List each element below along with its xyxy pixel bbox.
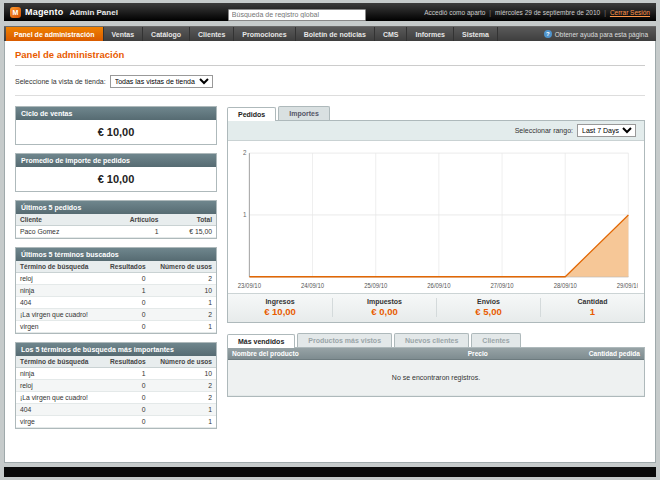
table-cell: reloj <box>16 380 101 392</box>
column-header: Nombre del producto <box>228 348 420 360</box>
column-header: Precio <box>420 348 492 360</box>
table-cell: 2 <box>150 380 216 392</box>
orders-chart-svg: 1223/09/1024/09/1025/09/1026/09/1027/09/… <box>234 145 638 293</box>
top-search-terms-table: Término de búsquedaResultadosNúmero de u… <box>16 356 216 428</box>
table-cell: 1 <box>150 404 216 416</box>
table-row[interactable]: ¡La virgen que cuadro!02 <box>16 309 216 321</box>
table-cell: 1 <box>101 368 149 380</box>
chart-tabs: PedidosImportes <box>227 106 645 120</box>
table-header-row: ClienteArtículosTotal <box>16 214 216 226</box>
bottom-grids-section: Más vendidosProductos más vistosNuevos c… <box>227 333 645 397</box>
stat-value: € 0,00 <box>333 306 436 317</box>
table-header-row: Término de búsquedaResultadosNúmero de u… <box>16 356 216 368</box>
table-cell: reloj <box>16 273 101 285</box>
store-view-select[interactable]: Todas las vistas de tienda <box>110 75 213 88</box>
table-cell: 0 <box>101 297 149 309</box>
last-search-terms-table: Término de búsquedaResultadosNúmero de u… <box>16 261 216 333</box>
tab-nuevos-clientes[interactable]: Nuevos clientes <box>394 333 469 347</box>
table-row[interactable]: reloj02 <box>16 380 216 392</box>
tab-importes[interactable]: Importes <box>278 106 330 120</box>
content-area: Panel de administración Seleccione la vi… <box>4 41 656 463</box>
table-cell: ninja <box>16 368 101 380</box>
average-orders-value: € 10,00 <box>16 167 216 191</box>
store-view-selector-row: Seleccione la vista de tienda: Todas las… <box>15 75 645 96</box>
stat-value: 1 <box>541 306 644 317</box>
logo-subtitle: Admin Panel <box>69 8 117 17</box>
last-search-terms-box: Últimos 5 términos buscados Término de b… <box>15 247 217 334</box>
table-header-row: Término de búsquedaResultadosNúmero de u… <box>16 261 216 273</box>
tab-clientes[interactable]: Clientes <box>471 333 520 347</box>
table-row[interactable]: reloj02 <box>16 273 216 285</box>
column-header: Término de búsqueda <box>16 261 101 273</box>
stat-label: Envíos <box>437 298 540 305</box>
column-header: Término de búsqueda <box>16 356 101 368</box>
orders-chart: 1223/09/1024/09/1025/09/1026/09/1027/09/… <box>228 141 644 293</box>
table-row[interactable]: Paco Gomez1€ 15,00 <box>16 226 216 238</box>
average-orders-title: Promedio de importe de pedidos <box>16 154 216 167</box>
table-row[interactable]: ¡La virgen que cuadro!02 <box>16 392 216 404</box>
nav-item[interactable]: Panel de administración <box>6 27 104 41</box>
nav-item[interactable]: CMS <box>375 27 408 41</box>
tab-pedidos[interactable]: Pedidos <box>227 107 276 121</box>
logout-link[interactable]: Cerrar Sesión <box>610 9 650 16</box>
nav-item[interactable]: Ventas <box>104 27 144 41</box>
table-cell: 2 <box>150 273 216 285</box>
global-search-input[interactable] <box>228 9 366 21</box>
table-cell: 0 <box>101 392 149 404</box>
table-cell: 0 <box>101 380 149 392</box>
table-row[interactable]: virge01 <box>16 416 216 428</box>
nav-items: Panel de administraciónVentasCatálogoCli… <box>6 27 498 41</box>
nav-item[interactable]: Informes <box>407 27 454 41</box>
products-panel: Nombre del productoPrecioCantidad pedida… <box>227 347 645 397</box>
empty-row: No se encontraron registros. <box>228 360 644 396</box>
column-header: Resultados <box>101 261 149 273</box>
column-header: Cliente <box>16 214 99 226</box>
table-cell: 10 <box>150 368 216 380</box>
column-header: Número de usos <box>150 356 216 368</box>
column-header: Resultados <box>101 356 149 368</box>
table-header-row: Nombre del productoPrecioCantidad pedida <box>228 348 644 360</box>
table-row[interactable]: 40401 <box>16 404 216 416</box>
stat-impuestos: Impuestos€ 0,00 <box>332 298 436 317</box>
nav-item[interactable]: Catálogo <box>143 27 190 41</box>
separator: | <box>604 9 606 16</box>
column-header: Total <box>162 214 216 226</box>
column-header: Artículos <box>99 214 163 226</box>
last-orders-table: ClienteArtículosTotal Paco Gomez1€ 15,00 <box>16 214 216 238</box>
logged-in-as: Accedió como aparto <box>424 9 485 16</box>
svg-text:29/09/10: 29/09/10 <box>617 282 638 289</box>
tab-m-s-vendidos[interactable]: Más vendidos <box>227 334 295 348</box>
top-search-terms-title: Los 5 términos de búsqueda más important… <box>16 343 216 356</box>
top-header-bar: M Magento Admin Panel Accedió como apart… <box>4 3 656 21</box>
stat-value: € 10,00 <box>228 306 332 317</box>
table-cell: virge <box>16 416 101 428</box>
magento-logo-link[interactable]: M Magento Admin Panel <box>10 7 118 18</box>
empty-message: No se encontraron registros. <box>228 360 644 396</box>
tab-productos-m-s-vistos[interactable]: Productos más vistos <box>297 333 392 347</box>
range-select[interactable]: Last 7 Days <box>577 124 636 137</box>
page-frame: M Magento Admin Panel Accedió como apart… <box>0 0 660 463</box>
lifetime-sales-title: Ciclo de ventas <box>16 107 216 120</box>
table-row[interactable]: virgen01 <box>16 321 216 333</box>
last-search-terms-title: Últimos 5 términos buscados <box>16 248 216 261</box>
table-row[interactable]: ninja110 <box>16 285 216 297</box>
svg-text:28/09/10: 28/09/10 <box>554 282 578 289</box>
stat-label: Ingresos <box>228 298 332 305</box>
page-help[interactable]: ? Obtener ayuda para esta página <box>544 27 656 41</box>
chart-panel: Seleccionar rango: Last 7 Days 1223/09/1… <box>227 120 645 323</box>
session-info: Accedió como aparto | miércoles 29 de se… <box>424 9 650 16</box>
totals-row: Ingresos€ 10,00Impuestos€ 0,00Envíos€ 5,… <box>228 293 644 322</box>
nav-item[interactable]: Boletín de noticias <box>296 27 375 41</box>
table-cell: 1 <box>101 285 149 297</box>
lifetime-sales-box: Ciclo de ventas € 10,00 <box>15 106 217 145</box>
svg-text:27/09/10: 27/09/10 <box>490 282 514 289</box>
nav-item[interactable]: Promociones <box>234 27 295 41</box>
stat-label: Cantidad <box>541 298 644 305</box>
table-row[interactable]: 40401 <box>16 297 216 309</box>
magento-logo-icon: M <box>10 7 21 18</box>
nav-item[interactable]: Clientes <box>190 27 234 41</box>
svg-text:2: 2 <box>243 149 247 156</box>
table-row[interactable]: ninja110 <box>16 368 216 380</box>
nav-item[interactable]: Sistema <box>454 27 498 41</box>
table-cell: 1 <box>150 321 216 333</box>
